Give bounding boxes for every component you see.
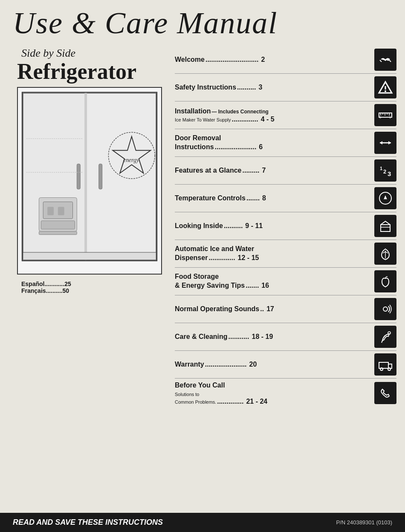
svg-point-45 [388,368,391,370]
toc-temperature: Temperature Controls ....... 8 [175,185,396,211]
toc-warranty-text: Warranty ...................... 20 [175,360,374,369]
features-icon: 1 2 3 [374,159,396,182]
before-you-call-icon [374,382,396,404]
svg-marker-31 [388,141,391,145]
svg-line-42 [382,341,382,343]
toc-installation-dots: .............. [231,116,258,123]
toc-welcome-text: Welcome ............................ 2 [175,55,374,64]
toc-ice-water-title2: Dispenser [175,254,208,263]
toc-looking-inside-dots: .......... [224,222,243,230]
subtitle-bold: Refrigerator [17,61,136,83]
toc-door-removal-dots: ...................... [215,143,257,151]
toc-safety-dots: .......... [237,84,256,91]
toc-food-storage-text: Food Storage & Energy Saving Tips ......… [175,272,374,290]
ice-water-icon [374,243,396,265]
svg-rect-4 [77,164,80,189]
svg-rect-9 [47,207,54,215]
toc-welcome-dots: ............................ [205,56,258,64]
toc-food-storage-dots: ....... [246,282,259,289]
toc-looking-inside-title: Looking Inside [175,222,223,231]
toc-before-you-call-sub2: Common Problems. [175,399,216,405]
food-storage-icon [374,270,396,292]
svg-rect-8 [41,221,75,229]
toc-looking-inside-text: Looking Inside .......... 9 - 11 [175,222,374,231]
espanol-line: Español............25 [21,280,71,287]
toc-ice-water: Automatic Ice and Water Dispenser ......… [175,241,396,266]
toc-installation-title: Installation [175,107,211,116]
toc-sounds-title: Normal Operating Sounds [175,305,259,314]
toc-safety-page: 3 [258,84,262,91]
toc-door-removal-title: Door Removal [175,134,221,142]
toc-welcome: Welcome ............................ 2 [175,47,396,72]
toc-warranty-page: 20 [249,361,257,368]
toc-door-removal-text: Door Removal Instructions ..............… [175,134,374,152]
svg-marker-30 [380,141,382,145]
svg-rect-37 [381,225,390,231]
toc-food-storage-page: 16 [261,282,269,289]
toc-temperature-title: Temperature Controls [175,194,246,203]
toc-features: Features at a Glance ......... 7 1 2 3 [175,158,396,183]
svg-point-44 [380,368,383,370]
toc-sounds-dots: .. [260,305,264,313]
svg-point-36 [385,197,387,200]
svg-text:1: 1 [389,116,391,119]
svg-point-40 [383,307,388,311]
toc-before-you-call-page: 21 - 24 [246,398,267,405]
toc-looking-inside: Looking Inside .......... 9 - 11 [175,213,396,239]
sounds-icon [374,298,396,320]
toc-before-you-call-sub1: Solutions to [175,392,199,397]
toc-care-cleaning-page: 18 - 19 [252,333,273,341]
svg-text:0: 0 [379,116,381,119]
toc-warranty-title: Warranty [175,360,204,369]
looking-inside-icon [374,215,396,237]
toc-installation: Installation — Includes Connecting Ice M… [175,102,396,128]
toc-door-removal-title2: Instructions [175,143,214,152]
header: Use & Care Manual [0,0,405,43]
toc-welcome-title: Welcome [175,55,205,64]
main-title: Use & Care Manual [13,8,392,38]
svg-rect-2 [86,93,156,260]
footer-part-number: P/N 240389301 (0103) [336,519,392,526]
toc-food-storage: Food Storage & Energy Saving Tips ......… [175,269,396,294]
svg-text:energy: energy [123,157,139,163]
toc-safety-title: Safety Instructions [175,83,236,92]
toc-care-cleaning-text: Care & Cleaning ........... 18 - 19 [175,332,374,341]
toc-ice-water-dots: .............. [208,254,235,262]
footer-instructions: READ AND SAVE THESE INSTRUCTIONS [13,518,163,527]
main-content: Side by Side Refrigerator [0,43,405,509]
toc: Welcome ............................ 2 [175,47,396,509]
toc-safety: Safety Instructions .......... 3 [175,75,396,100]
toc-features-page: 7 [262,167,266,174]
safety-icon [374,76,396,98]
toc-food-storage-title: Food Storage [175,273,219,280]
francais-line: Français..........50 [21,287,71,294]
toc-door-removal: Door Removal Instructions ..............… [175,130,396,156]
toc-looking-inside-page: 9 - 11 [245,222,263,230]
toc-before-you-call-dots: .............. [217,398,243,405]
toc-installation-subtitle: Ice Maker To Water Supply [175,117,231,122]
toc-installation-dash: — Includes Connecting [211,109,268,116]
toc-food-storage-title2: & Energy Saving Tips [175,281,245,290]
toc-features-title: Features at a Glance [175,166,242,175]
svg-point-20 [385,90,386,92]
toc-temperature-dots: ....... [246,194,260,202]
temperature-icon [374,187,396,209]
toc-temperature-text: Temperature Controls ....... 8 [175,194,374,203]
svg-rect-3 [84,93,87,260]
svg-text:2: 2 [383,168,386,175]
toc-features-dots: ......... [243,167,260,174]
toc-sounds: Normal Operating Sounds .. 17 [175,296,396,322]
svg-rect-5 [99,164,102,189]
fridge-illustration: energy [17,87,162,275]
welcome-icon [374,49,396,71]
svg-text:3: 3 [388,170,391,177]
toc-before-you-call-text: Before You Call Solutions to Common Prob… [175,381,374,405]
toc-features-text: Features at a Glance ......... 7 [175,166,374,175]
toc-temperature-page: 8 [262,194,266,202]
toc-ice-water-page: 12 - 15 [238,254,259,262]
toc-ice-water-text: Automatic Ice and Water Dispenser ......… [175,245,374,263]
toc-installation-page: 4 - 5 [261,116,275,123]
svg-rect-43 [379,362,388,368]
warranty-icon [374,353,396,376]
svg-rect-10 [58,207,64,215]
